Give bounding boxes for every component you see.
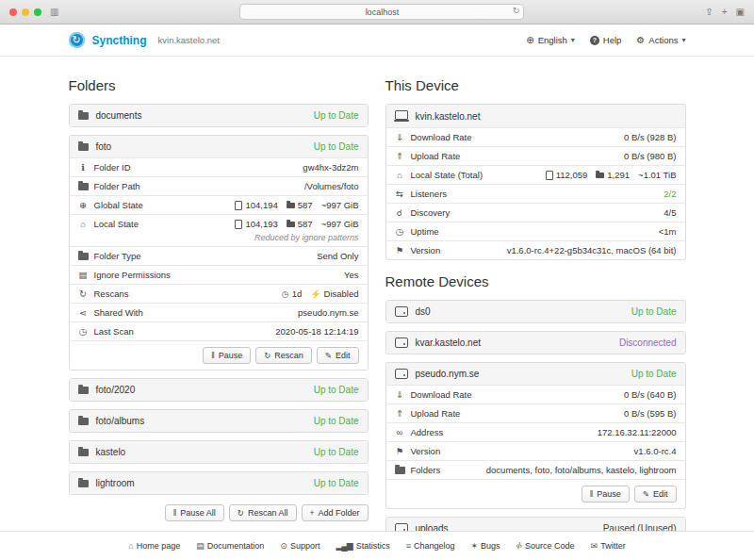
download-rate-value: 0 B/s (640 B) [624,389,676,400]
twitter-icon: ✉ [591,542,598,551]
minimize-window-button[interactable] [22,8,29,16]
clock-icon: ◷ [78,326,89,337]
device-header-pseudo[interactable]: pseudo.nym.se Up to Date [386,363,685,385]
help-icon: ? [590,36,599,45]
pause-button[interactable]: ‖Pause [203,347,251,364]
status-badge: Up to Date [314,141,359,152]
pause-all-folders-button[interactable]: ‖Pause All [165,504,224,521]
home-icon: ⌂ [78,219,89,229]
folder-header-lightroom[interactable]: lightroom Up to Date [70,472,368,494]
refresh-icon: ↻ [78,288,89,299]
upload-rate-row: ⇑Upload Rate 0 B/s (980 B) [386,146,685,165]
tab-overview-icon[interactable]: ▣ [736,8,745,17]
folder-icon [78,253,89,260]
header-device-name: kvin.kastelo.net [158,35,220,45]
folder-header-foto2020[interactable]: foto/2020 Up to Date [70,379,368,401]
edit-icon: ✎ [325,352,332,360]
reload-icon[interactable]: ↻ [513,6,520,15]
edit-button[interactable]: ✎Edit [317,347,359,364]
device-header-ds0[interactable]: ds0 Up to Date [386,301,685,322]
address-row: ∞Address 172.16.32.11:22000 [386,422,685,441]
last-scan-row: ◷Last Scan 2020-05-18 12:14:19 [70,321,368,340]
address-bar[interactable]: localhost ↻ [239,4,524,20]
row-label: Version [411,245,441,255]
app-header: ↻ Syncthing kvin.kastelo.net ⊕ English ▾… [0,25,754,57]
pause-icon: ‖ [173,509,177,518]
actions-menu[interactable]: ⚙ Actions ▾ [636,35,685,45]
local-files-count: 104,193 [245,219,277,229]
help-menu[interactable]: ? Help [590,35,622,45]
folder-open-icon [78,183,89,190]
add-folder-button[interactable]: +Add Folder [302,504,369,521]
uptime-row: ◷Uptime <1m [386,222,685,240]
sidebar-toggle-icon[interactable]: ▥ [50,8,58,17]
row-label: Discovery [411,207,451,218]
folder-icon [78,112,89,120]
rescans-row: ↻Rescans ◷1d ⚡Disabled [70,284,368,303]
this-device-title: This Device [385,77,686,93]
share-icon[interactable]: ⇪ [705,8,713,17]
laptop-icon [395,110,408,120]
row-label: Download Rate [411,132,472,142]
language-menu[interactable]: ⊕ English ▾ [526,35,575,45]
device-header-kvar[interactable]: kvar.kastelo.net Disconnected [386,332,685,354]
folder-name: foto/albums [96,416,145,426]
device-name: ds0 [416,306,431,317]
folder-type-row: Folder Type Send Only [70,246,368,265]
address-value: 172.16.32.11:22000 [598,427,677,437]
row-label: Download Rate [411,389,472,400]
folder-panel-foto: foto Up to Date ℹFolder ID gw4hx-3dz2m F… [69,135,369,371]
footer-link-source-code[interactable]: ‹/›Source Code [516,541,575,551]
local-dirs-count: 587 [298,219,313,229]
row-label: Folders [411,465,441,475]
footer-link-statistics[interactable]: ▂▄▆Statistics [336,541,389,551]
footer-link-documentation[interactable]: ▤Documentation [196,541,264,551]
upload-icon: ⇑ [395,151,405,161]
new-tab-icon[interactable]: + [722,8,728,17]
rescan-all-button[interactable]: ↻Rescan All [229,504,297,521]
window-controls [9,8,41,16]
permissions-icon: ▤ [78,270,89,280]
upload-rate-row: ⇑Upload Rate 0 B/s (595 B) [386,404,685,422]
this-device-header[interactable]: kvin.kastelo.net [386,105,685,127]
pause-button[interactable]: ‖Pause [582,486,630,502]
rescan-interval: 1d [292,288,303,299]
folder-header-foto[interactable]: foto Up to Date [70,136,368,157]
folder-id-value: gw4hx-3dz2m [303,162,358,173]
hdd-icon [395,523,408,531]
row-label: Address [411,427,444,437]
book-icon: ▤ [196,542,204,551]
version-value: v1.6.0-rc.4+22-g5b34c31c, macOS (64 bit) [507,245,677,255]
folder-type-value: Send Only [317,251,358,261]
row-label: Shared With [94,307,143,318]
status-badge: Up to Date [631,369,677,379]
version-row: ⚑Version v1.6.0-rc.4+22-g5b34c31c, macOS… [386,240,685,259]
local-state-total-row: ⌂Local State (Total) 112,059 1,291 ~1.01… [386,165,685,184]
files-icon [546,171,553,180]
device-name: kvin.kastelo.net [416,111,481,122]
actions-menu-label: Actions [648,35,678,45]
folder-icon [395,467,405,474]
discovery-row: ☌Discovery 4/5 [386,203,685,222]
footer-link-twitter[interactable]: ✉Twitter [591,541,626,551]
device-panel-uploads: uploads Paused (Unused) [385,517,686,531]
close-window-button[interactable] [9,8,17,16]
row-label: Rescans [94,288,129,299]
upload-rate-value: 0 B/s (595 B) [624,408,676,419]
rescan-button[interactable]: ↻Rescan [255,347,312,364]
pause-icon: ‖ [590,490,594,499]
device-name: pseudo.nym.se [416,369,480,379]
footer-link-changelog[interactable]: ≡Changelog [406,541,455,551]
device-header-uploads[interactable]: uploads Paused (Unused) [386,518,685,531]
listeners-row: ⇆Listeners 2/2 [386,184,685,203]
footer-link-bugs[interactable]: ✶Bugs [471,541,500,551]
folder-header-kastelo[interactable]: kastelo Up to Date [70,441,368,463]
folder-header-fotoalbums[interactable]: foto/albums Up to Date [70,410,368,432]
folder-panel-documents: documents Up to Date [69,104,369,127]
footer-link-home[interactable]: ⌂Home page [128,541,180,551]
folder-header-documents[interactable]: documents Up to Date [70,105,368,126]
row-label: Local State [94,219,139,229]
edit-button[interactable]: ✎Edit [634,486,677,502]
footer-link-support[interactable]: ⊙Support [280,541,320,551]
zoom-window-button[interactable] [34,8,41,16]
